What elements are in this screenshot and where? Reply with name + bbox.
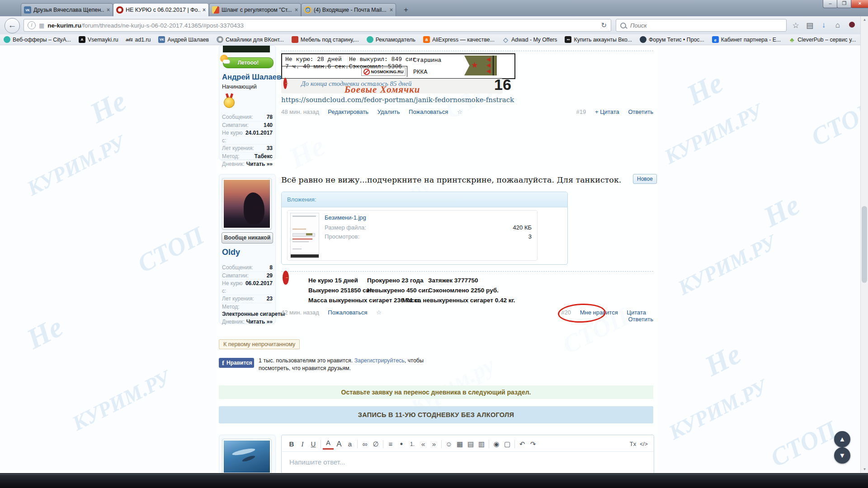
numbered-list-button[interactable]: 1. <box>407 439 418 450</box>
scroll-to-top-button[interactable]: ▲ <box>834 431 850 447</box>
watermark-text: Не <box>681 66 728 112</box>
facebook-like-button[interactable]: f Нравится <box>219 358 254 368</box>
register-link[interactable]: Зарегистрируйтесь <box>354 357 405 364</box>
bookmark-mebel[interactable]: Мебель под старину,... <box>292 36 359 43</box>
bookmark-smiles[interactable]: ✱Смайлики для ВКонт... <box>217 36 284 43</box>
avatar[interactable] <box>223 46 270 52</box>
info-icon[interactable]: i <box>28 21 36 29</box>
text-color-button[interactable]: A <box>323 439 334 450</box>
media-button[interactable]: ▤ <box>465 439 476 450</box>
scrollbar-up-arrow[interactable]: ▲ <box>861 16 868 23</box>
bookmark-aliexpress[interactable]: aAliExpress — качестве... <box>423 36 495 43</box>
bookmark-vk-profile[interactable]: VKАндрей Шалаев <box>158 36 209 43</box>
username-link[interactable]: Андрей Шалаев <box>222 73 281 81</box>
image-button[interactable]: ▦ <box>454 439 465 450</box>
transfer-request-banner[interactable]: Оставьте заявку на перенос дневника в сл… <box>219 385 653 399</box>
new-badge[interactable]: Новое <box>633 174 657 184</box>
table-button[interactable]: ▥ <box>476 439 487 450</box>
downloads-icon[interactable]: ↓ <box>818 21 829 30</box>
home-icon[interactable]: ⌂ <box>832 21 843 30</box>
bookmark-reklamodatel[interactable]: Рекламодатель <box>367 36 415 43</box>
tab-close-icon[interactable]: × <box>390 7 393 13</box>
redo-button[interactable]: ↷ <box>528 439 538 450</box>
mood-button[interactable]: Летооо! <box>223 57 274 68</box>
unlink-button[interactable]: ∅ <box>370 439 381 450</box>
reply-link[interactable]: Ответить <box>628 316 653 323</box>
camera-button[interactable]: ◉ <box>491 439 502 450</box>
reply-link[interactable]: Ответить <box>628 108 653 115</box>
bookmark-tetis[interactable]: Форум Тетис • Прос... <box>640 36 704 43</box>
indent-button[interactable]: » <box>429 439 439 450</box>
search-input[interactable] <box>629 22 767 29</box>
to-first-unread-button[interactable]: К первому непрочитанному <box>219 339 300 349</box>
tab-close-icon[interactable]: × <box>203 7 206 13</box>
attachment-thumbnail[interactable] <box>290 213 319 258</box>
new-tab-button[interactable]: + <box>400 5 412 15</box>
edit-link[interactable]: Редактировать <box>328 108 368 115</box>
report-link[interactable]: Пожаловаться <box>328 309 367 316</box>
avatar[interactable] <box>224 441 270 473</box>
minimize-button[interactable]: – <box>823 0 838 8</box>
tab-close-icon[interactable]: × <box>295 7 298 13</box>
star-icon[interactable]: ☆ <box>376 309 382 316</box>
reload-icon[interactable]: ↻ <box>601 21 607 29</box>
smiley-button[interactable]: ☺ <box>443 439 454 450</box>
bookmark-adwad[interactable]: ◇Adwad - My Offers <box>502 36 557 43</box>
avatar[interactable] <box>224 180 270 228</box>
ad1-icon: ad1 <box>126 36 133 43</box>
bookmark-ad1[interactable]: ad1ad1.ru <box>126 36 151 43</box>
diary-link[interactable]: Читать »» <box>246 160 273 168</box>
stodnevka-signup-banner[interactable]: ЗАПИСЬ В 11-УЮ СТОДНЕВКУ БЕЗ АЛКОГОЛЯ <box>219 406 653 423</box>
quote-link[interactable]: Цитата <box>627 309 646 316</box>
library-icon[interactable]: ▤ <box>804 21 815 30</box>
remove-format-button[interactable]: Tx <box>627 439 638 450</box>
report-link[interactable]: Пожаловаться <box>409 108 448 115</box>
bookmark-weboffers[interactable]: Веб-офферы – CityA... <box>4 36 71 43</box>
bold-button[interactable]: B <box>286 439 297 450</box>
save-draft-button[interactable]: ▢ <box>502 439 513 450</box>
avatar-silhouette <box>244 192 264 224</box>
toggle-editor-button[interactable]: </> <box>638 439 649 450</box>
scroll-to-bottom-button[interactable]: ▼ <box>834 447 850 464</box>
outdent-button[interactable]: « <box>418 439 429 450</box>
tab-shlang[interactable]: Шланг с регулятором "Ст... × <box>209 3 301 16</box>
delete-link[interactable]: Удалить <box>377 108 400 115</box>
tab-close-icon[interactable]: × <box>107 7 110 13</box>
bookmark-accounts[interactable]: ••Купить аккаунты Вко... <box>565 36 632 43</box>
nosmoking-brand: NOSMOKING.RU <box>371 70 404 74</box>
italic-button[interactable]: I <box>297 439 308 450</box>
link-button[interactable]: ∞ <box>359 439 370 450</box>
undo-button[interactable]: ↶ <box>517 439 528 450</box>
soundcloud-link[interactable]: https://soundcloud.com/fedor-portman/jan… <box>281 96 514 104</box>
bookmark-partner[interactable]: eКабинет партнера - Е... <box>712 36 781 43</box>
scrollbar-thumb[interactable] <box>862 206 867 283</box>
scrollbar[interactable]: ▲ ▼ <box>860 16 868 473</box>
post-number[interactable]: #19 <box>576 108 586 115</box>
search-field[interactable] <box>616 19 787 32</box>
attachment-filename[interactable]: Безимени-1.jpg <box>325 214 366 221</box>
tab-ne-kurim-active[interactable]: НЕ КУРЮ с 06.02.2017 | Фо... × <box>113 3 209 16</box>
font-size-button[interactable]: A <box>334 439 344 450</box>
font-family-button[interactable]: a <box>344 439 355 450</box>
tab-vk-friends[interactable]: VK Друзья Вячеслава Щепен... × <box>21 3 113 16</box>
reply-input[interactable]: Напишите ответ... <box>282 451 653 466</box>
bullet-list-button[interactable]: • <box>396 439 407 450</box>
quote-link[interactable]: + Цитата <box>595 108 619 115</box>
scrollbar-down-arrow[interactable]: ▼ <box>861 466 868 473</box>
pocket-icon[interactable] <box>846 21 857 30</box>
bookmark-cleverpub[interactable]: ♣CleverPub – сервис у... <box>788 36 856 43</box>
mood-button[interactable]: Вообще никакой <box>222 232 273 244</box>
restore-button[interactable]: ❐ <box>837 0 852 8</box>
bookmark-star-icon[interactable]: ☆ <box>790 21 801 30</box>
back-button[interactable]: ← <box>5 18 20 33</box>
tab-mailru-inbox[interactable]: @ (4) Входящие - Почта Mail... × <box>301 3 396 16</box>
close-button[interactable]: × <box>851 0 868 8</box>
url-input[interactable]: i ▦ ne-kurim.ru/forum/threads/ne-kurju-s… <box>24 19 611 32</box>
title-bar[interactable]: VK Друзья Вячеслава Щепен... × НЕ КУРЮ с… <box>0 0 868 16</box>
align-button[interactable]: ≡ <box>385 439 396 450</box>
diary-link[interactable]: Читать »» <box>246 318 273 326</box>
bookmark-vsemayki[interactable]: AVsemayki.ru <box>79 36 118 43</box>
underline-button[interactable]: U <box>308 439 319 450</box>
username-link[interactable]: Oldy <box>222 248 240 257</box>
star-icon[interactable]: ☆ <box>457 108 462 115</box>
